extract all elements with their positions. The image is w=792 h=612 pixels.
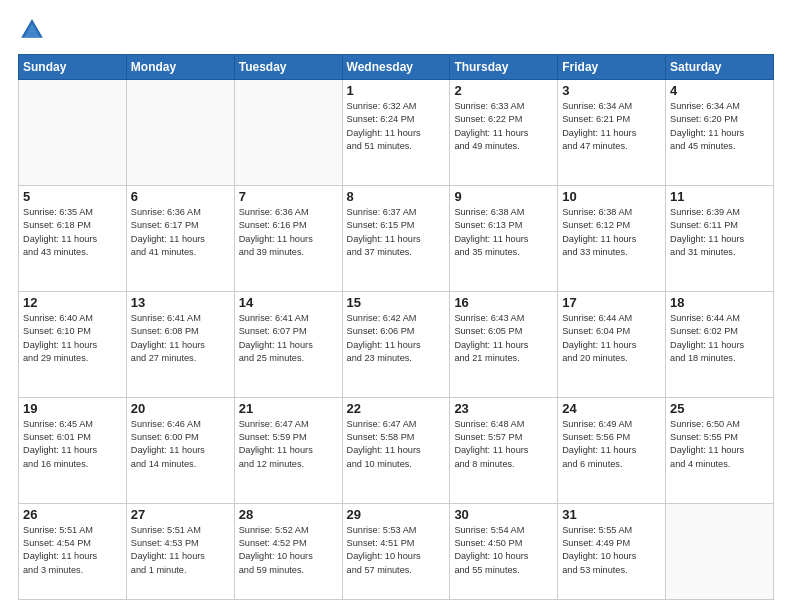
calendar-week-2: 5Sunrise: 6:35 AM Sunset: 6:18 PM Daylig…: [19, 185, 774, 291]
day-number: 24: [562, 401, 661, 416]
day-number: 4: [670, 83, 769, 98]
day-number: 20: [131, 401, 230, 416]
page: SundayMondayTuesdayWednesdayThursdayFrid…: [0, 0, 792, 612]
day-info: Sunrise: 6:36 AM Sunset: 6:17 PM Dayligh…: [131, 206, 230, 259]
day-number: 30: [454, 507, 553, 522]
calendar-cell: 27Sunrise: 5:51 AM Sunset: 4:53 PM Dayli…: [126, 503, 234, 599]
day-info: Sunrise: 6:39 AM Sunset: 6:11 PM Dayligh…: [670, 206, 769, 259]
day-number: 23: [454, 401, 553, 416]
calendar-cell: [666, 503, 774, 599]
day-number: 10: [562, 189, 661, 204]
calendar-cell: 7Sunrise: 6:36 AM Sunset: 6:16 PM Daylig…: [234, 185, 342, 291]
calendar-week-4: 19Sunrise: 6:45 AM Sunset: 6:01 PM Dayli…: [19, 397, 774, 503]
day-number: 1: [347, 83, 446, 98]
day-info: Sunrise: 6:41 AM Sunset: 6:08 PM Dayligh…: [131, 312, 230, 365]
calendar-cell: [19, 80, 127, 186]
calendar-cell: 2Sunrise: 6:33 AM Sunset: 6:22 PM Daylig…: [450, 80, 558, 186]
day-number: 16: [454, 295, 553, 310]
calendar-cell: 12Sunrise: 6:40 AM Sunset: 6:10 PM Dayli…: [19, 291, 127, 397]
calendar-week-5: 26Sunrise: 5:51 AM Sunset: 4:54 PM Dayli…: [19, 503, 774, 599]
calendar-cell: 26Sunrise: 5:51 AM Sunset: 4:54 PM Dayli…: [19, 503, 127, 599]
calendar-cell: [234, 80, 342, 186]
calendar-header-saturday: Saturday: [666, 55, 774, 80]
calendar-cell: 15Sunrise: 6:42 AM Sunset: 6:06 PM Dayli…: [342, 291, 450, 397]
day-info: Sunrise: 6:43 AM Sunset: 6:05 PM Dayligh…: [454, 312, 553, 365]
day-number: 18: [670, 295, 769, 310]
calendar-header-tuesday: Tuesday: [234, 55, 342, 80]
calendar-cell: 31Sunrise: 5:55 AM Sunset: 4:49 PM Dayli…: [558, 503, 666, 599]
calendar-cell: 11Sunrise: 6:39 AM Sunset: 6:11 PM Dayli…: [666, 185, 774, 291]
day-info: Sunrise: 6:38 AM Sunset: 6:12 PM Dayligh…: [562, 206, 661, 259]
calendar-cell: 19Sunrise: 6:45 AM Sunset: 6:01 PM Dayli…: [19, 397, 127, 503]
day-info: Sunrise: 6:36 AM Sunset: 6:16 PM Dayligh…: [239, 206, 338, 259]
calendar-cell: 30Sunrise: 5:54 AM Sunset: 4:50 PM Dayli…: [450, 503, 558, 599]
day-info: Sunrise: 6:33 AM Sunset: 6:22 PM Dayligh…: [454, 100, 553, 153]
day-number: 14: [239, 295, 338, 310]
calendar-table: SundayMondayTuesdayWednesdayThursdayFrid…: [18, 54, 774, 600]
calendar-cell: 18Sunrise: 6:44 AM Sunset: 6:02 PM Dayli…: [666, 291, 774, 397]
day-info: Sunrise: 6:32 AM Sunset: 6:24 PM Dayligh…: [347, 100, 446, 153]
calendar-cell: 4Sunrise: 6:34 AM Sunset: 6:20 PM Daylig…: [666, 80, 774, 186]
calendar-cell: 8Sunrise: 6:37 AM Sunset: 6:15 PM Daylig…: [342, 185, 450, 291]
calendar-header-friday: Friday: [558, 55, 666, 80]
day-info: Sunrise: 5:54 AM Sunset: 4:50 PM Dayligh…: [454, 524, 553, 577]
day-info: Sunrise: 6:48 AM Sunset: 5:57 PM Dayligh…: [454, 418, 553, 471]
day-info: Sunrise: 6:49 AM Sunset: 5:56 PM Dayligh…: [562, 418, 661, 471]
calendar-cell: 5Sunrise: 6:35 AM Sunset: 6:18 PM Daylig…: [19, 185, 127, 291]
day-info: Sunrise: 6:34 AM Sunset: 6:21 PM Dayligh…: [562, 100, 661, 153]
day-info: Sunrise: 6:42 AM Sunset: 6:06 PM Dayligh…: [347, 312, 446, 365]
calendar-cell: 3Sunrise: 6:34 AM Sunset: 6:21 PM Daylig…: [558, 80, 666, 186]
day-info: Sunrise: 6:35 AM Sunset: 6:18 PM Dayligh…: [23, 206, 122, 259]
calendar-cell: 1Sunrise: 6:32 AM Sunset: 6:24 PM Daylig…: [342, 80, 450, 186]
day-info: Sunrise: 6:38 AM Sunset: 6:13 PM Dayligh…: [454, 206, 553, 259]
day-info: Sunrise: 6:44 AM Sunset: 6:02 PM Dayligh…: [670, 312, 769, 365]
day-number: 29: [347, 507, 446, 522]
calendar-header-sunday: Sunday: [19, 55, 127, 80]
day-info: Sunrise: 6:44 AM Sunset: 6:04 PM Dayligh…: [562, 312, 661, 365]
calendar-cell: 10Sunrise: 6:38 AM Sunset: 6:12 PM Dayli…: [558, 185, 666, 291]
calendar-cell: 28Sunrise: 5:52 AM Sunset: 4:52 PM Dayli…: [234, 503, 342, 599]
day-number: 6: [131, 189, 230, 204]
calendar-cell: 22Sunrise: 6:47 AM Sunset: 5:58 PM Dayli…: [342, 397, 450, 503]
day-number: 27: [131, 507, 230, 522]
calendar-cell: 24Sunrise: 6:49 AM Sunset: 5:56 PM Dayli…: [558, 397, 666, 503]
calendar-cell: 6Sunrise: 6:36 AM Sunset: 6:17 PM Daylig…: [126, 185, 234, 291]
day-number: 25: [670, 401, 769, 416]
day-info: Sunrise: 6:50 AM Sunset: 5:55 PM Dayligh…: [670, 418, 769, 471]
day-number: 11: [670, 189, 769, 204]
calendar-cell: 21Sunrise: 6:47 AM Sunset: 5:59 PM Dayli…: [234, 397, 342, 503]
calendar-cell: 25Sunrise: 6:50 AM Sunset: 5:55 PM Dayli…: [666, 397, 774, 503]
calendar-cell: 29Sunrise: 5:53 AM Sunset: 4:51 PM Dayli…: [342, 503, 450, 599]
calendar-header-wednesday: Wednesday: [342, 55, 450, 80]
calendar-cell: 13Sunrise: 6:41 AM Sunset: 6:08 PM Dayli…: [126, 291, 234, 397]
calendar-cell: 17Sunrise: 6:44 AM Sunset: 6:04 PM Dayli…: [558, 291, 666, 397]
logo-icon: [18, 16, 46, 44]
day-info: Sunrise: 6:45 AM Sunset: 6:01 PM Dayligh…: [23, 418, 122, 471]
day-info: Sunrise: 6:40 AM Sunset: 6:10 PM Dayligh…: [23, 312, 122, 365]
calendar-cell: 20Sunrise: 6:46 AM Sunset: 6:00 PM Dayli…: [126, 397, 234, 503]
day-number: 12: [23, 295, 122, 310]
day-info: Sunrise: 6:41 AM Sunset: 6:07 PM Dayligh…: [239, 312, 338, 365]
day-info: Sunrise: 5:51 AM Sunset: 4:53 PM Dayligh…: [131, 524, 230, 577]
day-number: 19: [23, 401, 122, 416]
day-number: 26: [23, 507, 122, 522]
day-info: Sunrise: 6:34 AM Sunset: 6:20 PM Dayligh…: [670, 100, 769, 153]
day-number: 21: [239, 401, 338, 416]
calendar-cell: 9Sunrise: 6:38 AM Sunset: 6:13 PM Daylig…: [450, 185, 558, 291]
calendar-cell: 14Sunrise: 6:41 AM Sunset: 6:07 PM Dayli…: [234, 291, 342, 397]
calendar-week-3: 12Sunrise: 6:40 AM Sunset: 6:10 PM Dayli…: [19, 291, 774, 397]
day-info: Sunrise: 5:52 AM Sunset: 4:52 PM Dayligh…: [239, 524, 338, 577]
day-number: 2: [454, 83, 553, 98]
day-number: 9: [454, 189, 553, 204]
day-number: 28: [239, 507, 338, 522]
day-info: Sunrise: 6:37 AM Sunset: 6:15 PM Dayligh…: [347, 206, 446, 259]
logo: [18, 16, 50, 44]
day-number: 17: [562, 295, 661, 310]
day-info: Sunrise: 6:47 AM Sunset: 5:59 PM Dayligh…: [239, 418, 338, 471]
day-number: 8: [347, 189, 446, 204]
day-info: Sunrise: 5:55 AM Sunset: 4:49 PM Dayligh…: [562, 524, 661, 577]
calendar-cell: 23Sunrise: 6:48 AM Sunset: 5:57 PM Dayli…: [450, 397, 558, 503]
day-number: 5: [23, 189, 122, 204]
calendar-cell: [126, 80, 234, 186]
day-number: 7: [239, 189, 338, 204]
